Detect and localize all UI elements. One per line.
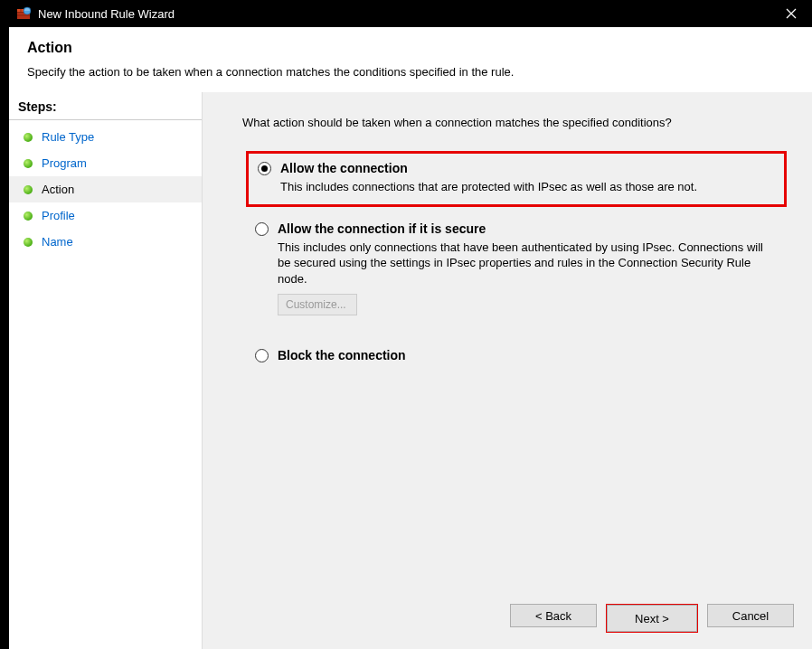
wizard-header: Action Specify the action to be taken wh… xyxy=(9,27,812,92)
step-bullet-icon xyxy=(24,133,33,142)
radio-block-connection[interactable] xyxy=(255,349,269,362)
radio-allow-secure[interactable] xyxy=(255,222,269,236)
step-name[interactable]: Name xyxy=(9,229,202,255)
step-bullet-icon xyxy=(24,185,33,194)
step-bullet-icon xyxy=(24,238,33,247)
close-button[interactable] xyxy=(770,0,812,27)
step-label: Profile xyxy=(42,209,75,222)
window-title: New Inbound Rule Wizard xyxy=(38,7,770,21)
step-label: Action xyxy=(42,183,74,196)
steps-sidebar: Steps: Rule Type Program Action Profile … xyxy=(9,92,203,649)
titlebar: New Inbound Rule Wizard xyxy=(9,0,812,27)
step-label: Name xyxy=(42,235,73,249)
option-title: Block the connection xyxy=(278,348,406,362)
step-action[interactable]: Action xyxy=(9,176,202,202)
option-block-connection: Block the connection xyxy=(246,341,787,372)
action-prompt: What action should be taken when a conne… xyxy=(242,116,787,129)
option-desc: This includes connections that are prote… xyxy=(280,179,769,195)
step-bullet-icon xyxy=(24,159,33,168)
step-rule-type[interactable]: Rule Type xyxy=(9,124,202,150)
cancel-button[interactable]: Cancel xyxy=(707,604,794,627)
step-bullet-icon xyxy=(24,212,33,221)
back-button[interactable]: < Back xyxy=(510,604,597,627)
option-title: Allow the connection xyxy=(280,161,408,175)
radio-allow-connection[interactable] xyxy=(258,162,271,175)
wizard-footer: < Back Next > Cancel xyxy=(510,604,794,633)
customize-button: Customize... xyxy=(278,294,357,315)
firewall-icon xyxy=(16,6,31,21)
next-button[interactable]: Next > xyxy=(607,605,697,632)
step-program[interactable]: Program xyxy=(9,150,202,176)
action-options: Allow the connection This includes conne… xyxy=(246,151,787,372)
page-title: Action xyxy=(27,40,794,56)
option-desc: This includes only connections that have… xyxy=(278,240,766,287)
step-profile[interactable]: Profile xyxy=(9,202,202,229)
wizard-window: New Inbound Rule Wizard Action Specify t… xyxy=(9,0,812,649)
step-label: Rule Type xyxy=(42,130,94,144)
wizard-body: Steps: Rule Type Program Action Profile … xyxy=(9,92,812,649)
steps-header: Steps: xyxy=(9,96,202,120)
wizard-main: What action should be taken when a conne… xyxy=(203,92,812,649)
page-subtitle: Specify the action to be taken when a co… xyxy=(27,65,794,79)
option-allow-secure: Allow the connection if it is secure Thi… xyxy=(246,214,787,325)
step-label: Program xyxy=(42,156,87,170)
option-allow-connection: Allow the connection This includes conne… xyxy=(246,151,787,207)
option-title: Allow the connection if it is secure xyxy=(278,221,486,236)
